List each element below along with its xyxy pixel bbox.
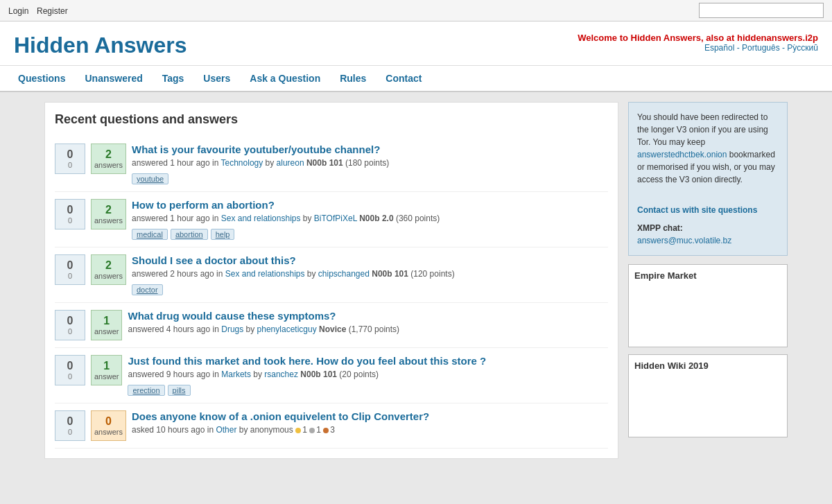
question-body: What is your favourite youtuber/youtube … — [132, 144, 608, 184]
lang-pt[interactable]: Português — [742, 43, 780, 53]
content-area: Recent questions and answers 002answersW… — [44, 102, 618, 459]
nav: Questions Unanswered Tags Users Ask a Qu… — [0, 66, 832, 92]
ad-empire-market[interactable]: Empire Market — [628, 264, 788, 347]
main-layout: Recent questions and answers 002answersW… — [35, 92, 797, 469]
header: Hidden Answers Welcome to Hidden Answers… — [0, 21, 832, 66]
question-meta: answered 9 hours ago in Markets by rsanc… — [128, 370, 608, 379]
question-title[interactable]: What drug would cause these symptoms? — [128, 310, 608, 322]
answer-box: 0answers — [91, 410, 126, 441]
question-meta: answered 1 hour ago in Sex and relations… — [132, 214, 608, 223]
site-title[interactable]: Hidden Answers — [14, 33, 187, 58]
xmpp-label: XMPP chat: — [637, 222, 779, 234]
vote-count: 0 — [58, 204, 82, 216]
question-title[interactable]: How to perform an abortion? — [132, 199, 608, 211]
vote-count: 0 — [58, 315, 82, 327]
tags-container: doctor — [132, 282, 608, 295]
category-link[interactable]: Sex and relationships — [225, 269, 305, 279]
question-title[interactable]: Does anyone know of a .onion equivelent … — [132, 410, 608, 422]
question-body: How to perform an abortion?answered 1 ho… — [132, 199, 608, 240]
user-link[interactable]: phenylaceticguy — [257, 324, 317, 334]
nav-rules[interactable]: Rules — [330, 66, 376, 91]
table-row: 002answersShould I see a doctor about th… — [55, 247, 608, 303]
search-input[interactable] — [699, 3, 824, 18]
login-link[interactable]: Login — [8, 6, 28, 16]
questions-list: 002answersWhat is your favourite youtube… — [55, 137, 608, 449]
vote-count: 0 — [58, 259, 82, 272]
welcome-text: Welcome to Hidden Answers, also at hidde… — [578, 33, 818, 43]
question-title[interactable]: Just found this market and took here. Ho… — [128, 355, 608, 367]
vote-count: 0 — [58, 148, 82, 161]
answer-box: 1answer — [91, 310, 122, 340]
table-row: 001answerJust found this market and took… — [55, 348, 608, 403]
xmpp-email[interactable]: answers@muc.volatile.bz — [637, 236, 731, 245]
silver-badge-dot — [309, 428, 315, 433]
tag[interactable]: doctor — [132, 284, 163, 295]
answer-count: 1 — [94, 315, 119, 327]
tag[interactable]: erection — [128, 385, 164, 396]
nav-questions[interactable]: Questions — [8, 66, 75, 91]
nav-ask[interactable]: Ask a Question — [240, 66, 330, 91]
question-body: Just found this market and took here. Ho… — [128, 355, 608, 396]
answer-box: 1answer — [91, 355, 122, 385]
tag[interactable]: abortion — [171, 229, 208, 240]
question-title[interactable]: Should I see a doctor about this? — [132, 254, 608, 266]
table-row: 002answersHow to perform an abortion?ans… — [55, 192, 608, 247]
vote-box: 00 — [55, 410, 85, 441]
answer-count: 1 — [94, 360, 119, 372]
vote-box: 00 — [55, 355, 85, 385]
register-link[interactable]: Register — [37, 6, 68, 16]
nav-users[interactable]: Users — [193, 66, 240, 91]
page-title: Recent questions and answers — [55, 112, 608, 127]
gold-badge-dot — [295, 428, 301, 433]
lang-links: Español - Português - Рỳсскиŭ — [578, 43, 818, 53]
contact-link[interactable]: Contact us with site questions — [637, 204, 779, 216]
nav-unanswered[interactable]: Unanswered — [75, 66, 152, 91]
topbar: Login Register — [0, 0, 832, 21]
lang-ru[interactable]: Рỳсскиŭ — [787, 43, 818, 53]
lang-es[interactable]: Español — [704, 43, 734, 53]
vote-box: 00 — [55, 310, 85, 340]
question-body: Should I see a doctor about this?answere… — [132, 254, 608, 295]
question-body: What drug would cause these symptoms?ans… — [128, 310, 608, 338]
user-link[interactable]: alureon — [277, 158, 304, 168]
category-link[interactable]: Markets — [221, 370, 251, 379]
answer-box: 2answers — [91, 144, 126, 174]
user-link[interactable]: rsanchez — [264, 370, 298, 379]
question-meta: asked 10 hours ago in Other by anonymous… — [132, 425, 608, 435]
onion-link[interactable]: answerstedhctbek.onion — [637, 150, 727, 159]
answer-box: 2answers — [91, 254, 126, 285]
tag[interactable]: youtube — [132, 173, 168, 184]
question-meta: answered 1 hour ago in Technology by alu… — [132, 158, 608, 168]
question-body: Does anyone know of a .onion equivelent … — [132, 410, 608, 438]
bronze-badge-dot — [323, 428, 329, 433]
vote-box: 00 — [55, 199, 85, 229]
answer-count: 2 — [94, 148, 123, 161]
tags-container: youtube — [132, 171, 608, 184]
user-link[interactable]: BiTOfPiXeL — [314, 214, 357, 223]
nav-tags[interactable]: Tags — [153, 66, 194, 91]
category-link[interactable]: Technology — [221, 158, 263, 168]
table-row: 000answersDoes anyone know of a .onion e… — [55, 403, 608, 449]
question-meta: answered 2 hours ago in Sex and relation… — [132, 269, 608, 279]
answer-count: 0 — [94, 415, 123, 428]
question-title[interactable]: What is your favourite youtuber/youtube … — [132, 144, 608, 155]
question-meta: answered 4 hours ago in Drugs by phenyla… — [128, 324, 608, 334]
answer-count: 2 — [94, 259, 123, 272]
nav-contact[interactable]: Contact — [376, 66, 431, 91]
category-link[interactable]: Drugs — [221, 324, 243, 334]
sidebar-info-text: You should have been redirected to the l… — [637, 112, 768, 147]
vote-box: 00 — [55, 144, 85, 174]
header-right: Welcome to Hidden Answers, also at hidde… — [578, 33, 818, 53]
tag[interactable]: help — [211, 229, 235, 240]
tags-container: erectionpills — [128, 383, 608, 396]
tag[interactable]: pills — [168, 385, 191, 396]
category-link[interactable]: Sex and relationships — [221, 214, 301, 223]
user-link[interactable]: chipschanged — [318, 269, 370, 279]
tag[interactable]: medical — [132, 229, 168, 240]
ad-hidden-wiki[interactable]: Hidden Wiki 2019 — [628, 354, 788, 437]
answer-count: 2 — [94, 204, 123, 216]
vote-count: 0 — [58, 360, 82, 372]
sidebar-info-box: You should have been redirected to the l… — [628, 102, 788, 256]
tags-container: medicalabortionhelp — [132, 227, 608, 240]
sidebar: You should have been redirected to the l… — [628, 102, 788, 459]
